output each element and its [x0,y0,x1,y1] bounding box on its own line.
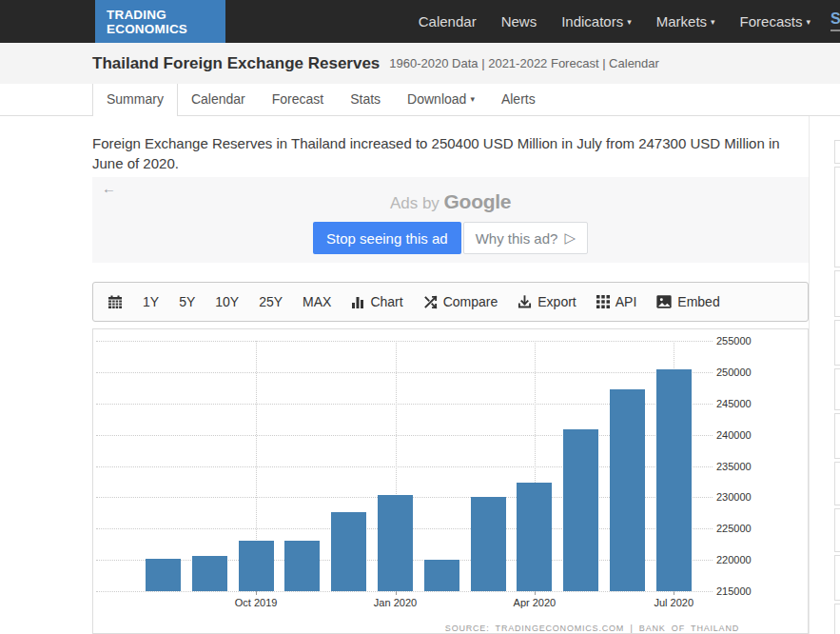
plot-area [96,341,713,591]
chart-bar-jul-2020[interactable] [656,369,692,591]
x-axis-label: Oct 2019 [235,597,278,608]
chevron-down-icon: ▾ [806,17,811,27]
toolbar-25y[interactable]: 25Y [259,294,283,309]
ads-by-text: Ads by [390,194,444,212]
truncated-right-box [834,320,840,366]
chevron-down-icon: ▾ [711,17,715,27]
y-axis-label: 250000 [716,367,752,378]
toolbar-chart[interactable]: Chart [351,294,402,309]
tab-stats[interactable]: Stats [337,84,394,116]
truncated-right-box [834,555,840,601]
toolbar-10y[interactable]: 10Y [215,294,239,309]
toolbar-label: 1Y [143,294,159,309]
toolbar-label: 10Y [215,294,239,309]
tab-summary[interactable]: Summary [92,84,178,116]
x-axis-label: Jan 2020 [374,597,417,608]
chevron-down-icon: ▾ [627,17,632,27]
nav-item-markets[interactable]: Markets▾ [656,13,715,30]
chart-bar-sep-2019[interactable] [192,556,227,591]
x-axis-tick [396,591,397,595]
toolbar-max[interactable]: MAX [303,294,331,309]
truncated-nav-item[interactable]: S [830,10,840,35]
page-subtitle-links[interactable]: 1960-2020 Data | 2021-2022 Forecast | Ca… [389,56,659,70]
logo-line-2: ECONOMICS [107,22,225,36]
google-wordmark: Google [444,190,512,212]
tab-alerts[interactable]: Alerts [488,84,549,116]
y-axis-label: 225000 [716,523,752,534]
nav-menu: CalendarNewsIndicators▾Markets▾Forecasts… [419,0,811,43]
toolbar-1y[interactable]: 1Y [143,294,159,309]
chart-bar-aug-2019[interactable] [146,559,181,591]
truncated-nav-underline [830,30,840,31]
chart-bar-oct-2019[interactable] [239,541,274,591]
nav-item-forecasts[interactable]: Forecasts▾ [740,13,811,30]
toolbar-calendar-icon[interactable] [107,295,123,309]
chevron-down-icon: ▾ [470,84,475,115]
bar-chart-icon [351,295,364,308]
toolbar-label: Embed [677,294,719,309]
toolbar-label: 5Y [179,294,195,309]
summary-paragraph: Foreign Exchange Reserves in Thailand in… [92,133,813,173]
chart-bar-apr-2020[interactable] [517,483,552,591]
toolbar-label: 25Y [259,294,283,309]
truncated-right-box [834,167,840,267]
toolbar-label: Compare [443,294,498,309]
truncated-right-box [834,462,840,505]
toolbar-label: Chart [370,294,402,309]
ad-buttons-row: Stop seeing this ad Why this ad? ▷ [92,222,809,254]
tab-calendar[interactable]: Calendar [178,84,259,116]
toolbar-label: Export [537,294,576,309]
tabs: SummaryCalendarForecastStatsDownload▾Ale… [92,84,549,116]
top-navbar: TRADING ECONOMICS CalendarNewsIndicators… [0,0,840,43]
calendar-icon [107,295,123,309]
toolbar-compare[interactable]: Compare [423,294,498,309]
content-right-border [809,116,810,634]
y-axis-label: 215000 [716,585,752,597]
truncated-right-box [834,140,840,164]
chart-bar-feb-2020[interactable] [424,560,459,592]
x-axis-label: Jul 2020 [654,597,694,608]
chart-bar-mar-2020[interactable] [471,497,506,591]
toolbar-5y[interactable]: 5Y [179,294,195,309]
google-ad-box: ← Ads by Google Stop seeing this ad Why … [92,177,809,263]
logo-line-1: TRADING [107,8,225,22]
y-axis-label: 255000 [716,335,752,347]
toolbar-embed[interactable]: Embed [656,294,719,309]
chart-bar-dec-2019[interactable] [331,512,366,592]
tab-download[interactable]: Download▾ [394,84,488,116]
toolbar-label: MAX [303,294,331,309]
toolbar-api[interactable]: API [596,294,637,309]
chart-bar-jan-2020[interactable] [378,495,413,591]
why-this-ad-button[interactable]: Why this ad? ▷ [463,222,588,254]
gridline [96,372,713,373]
nav-item-calendar[interactable]: Calendar [419,13,477,30]
toolbar-export[interactable]: Export [518,294,576,309]
y-axis-label: 240000 [716,429,752,441]
y-axis-label: 230000 [716,491,752,503]
chart-bar-nov-2019[interactable] [284,541,320,591]
chart-bar-jun-2020[interactable] [610,389,645,591]
grid-icon [596,295,610,308]
truncated-right-box [834,508,840,552]
nav-item-news[interactable]: News [501,13,537,30]
gridline [96,591,713,592]
truncated-right-box [834,368,840,410]
gridline [96,341,713,342]
chart-bar-may-2020[interactable] [563,429,598,591]
tab-forecast[interactable]: Forecast [259,84,337,116]
truncated-nav-glyph: S [830,10,840,27]
y-axis-label: 220000 [716,554,752,565]
download-icon [518,295,532,309]
x-axis-tick [674,591,674,595]
truncated-right-box [834,604,840,634]
image-icon [656,295,672,308]
page-header-band: Thailand Foreign Exchange Reserves 1960-… [0,43,840,84]
trading-economics-logo[interactable]: TRADING ECONOMICS [95,0,225,43]
ads-by-google-label: Ads by Google [92,190,809,213]
shuffle-icon [423,295,438,309]
toolbar-label: API [615,294,637,309]
chart-source-text: SOURCE: TRADINGECONOMICS.COM | BANK OF T… [445,624,739,633]
page-title: Thailand Foreign Exchange Reserves [92,54,380,73]
stop-seeing-ad-button[interactable]: Stop seeing this ad [313,222,461,254]
nav-item-indicators[interactable]: Indicators▾ [561,13,632,30]
